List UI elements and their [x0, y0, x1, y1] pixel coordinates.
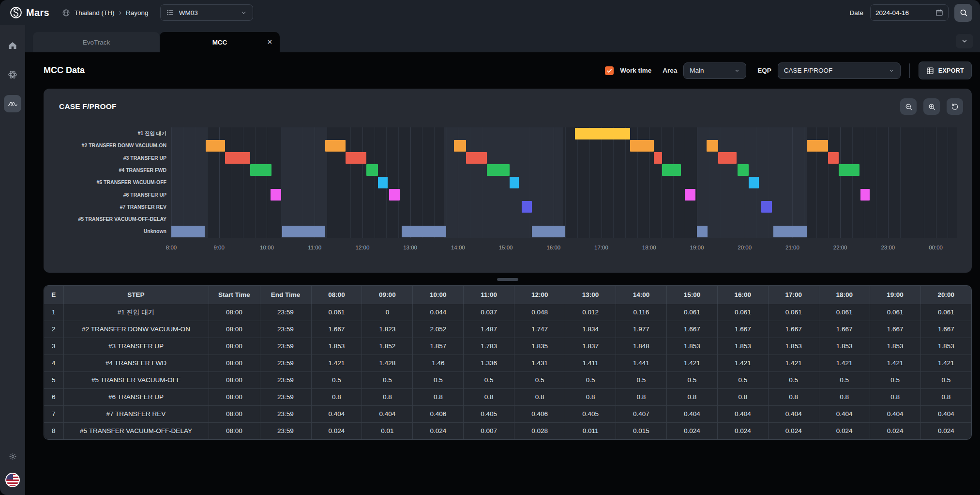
- tab-evotrack[interactable]: EvoTrack: [33, 32, 160, 52]
- gantt-gridline: [482, 127, 482, 238]
- value-cell: 4: [44, 355, 63, 371]
- value-cell: 5: [44, 371, 63, 388]
- panel-header: CASE F/PROOF: [44, 89, 972, 115]
- area-select[interactable]: Main: [683, 62, 746, 79]
- reset-zoom-button[interactable]: [947, 98, 963, 115]
- gantt-bar: [466, 152, 486, 164]
- axis-tick-label: 22:00: [833, 245, 847, 250]
- sidebar-item-analytics[interactable]: [4, 95, 21, 112]
- chart-toolbar: [900, 98, 963, 115]
- value-cell: 0.405: [565, 405, 616, 422]
- calendar-icon[interactable]: [935, 9, 943, 16]
- gantt-gridline: [410, 127, 411, 238]
- value-cell: 08:00: [209, 355, 260, 371]
- column-header: 09:00: [362, 286, 413, 304]
- sidebar: [0, 25, 25, 495]
- value-cell: 1.667: [920, 321, 971, 338]
- gantt-bar: [575, 128, 630, 139]
- tab-bar: EvoTrack MCC ×: [25, 25, 980, 52]
- value-cell: 0.5: [311, 371, 362, 388]
- value-cell: 1.853: [920, 338, 971, 355]
- export-button[interactable]: EXPORT: [919, 62, 972, 79]
- step-cell: #3 TRANSFER UP: [63, 338, 209, 355]
- value-cell: 0.406: [514, 405, 565, 422]
- equipment-group-select[interactable]: WM03: [160, 4, 253, 21]
- work-time-checkbox[interactable]: [605, 66, 614, 75]
- value-cell: 0.061: [920, 304, 971, 321]
- value-cell: 0.407: [616, 405, 667, 422]
- gantt-bar: [346, 152, 366, 164]
- value-cell: 1.431: [514, 355, 565, 371]
- close-icon[interactable]: ×: [268, 38, 272, 46]
- zoom-out-button[interactable]: [900, 98, 917, 115]
- gantt-bar: [206, 140, 225, 152]
- axis-tick-label: 16:00: [546, 245, 560, 250]
- eqp-label: EQP: [757, 67, 771, 74]
- value-cell: 23:59: [260, 405, 311, 422]
- panel-title: CASE F/PROOF: [59, 102, 117, 111]
- axis-tick-label: 12:00: [356, 245, 370, 250]
- gantt-row-label: #3 TRANSFER UP: [123, 152, 166, 164]
- gantt-gridline: [243, 127, 243, 238]
- gantt-bar: [487, 164, 510, 176]
- eqp-select[interactable]: CASE F/PROOF: [778, 62, 901, 79]
- value-cell: 1.853: [768, 338, 819, 355]
- gantt-gridline: [279, 127, 279, 238]
- date-input[interactable]: [875, 9, 932, 16]
- gantt-bar: [630, 140, 654, 152]
- area-value: Main: [690, 67, 704, 74]
- search-button[interactable]: [954, 4, 972, 22]
- value-cell: 1.46: [413, 355, 464, 371]
- gantt-row-label: #5 TRANSFER VACUUM-OFF-DELAY: [78, 213, 166, 225]
- gantt-gridline: [733, 127, 733, 238]
- value-cell: 1.857: [413, 338, 464, 355]
- value-cell: 1.977: [616, 321, 667, 338]
- panel-resize-handle[interactable]: [497, 278, 518, 281]
- column-header: 16:00: [717, 286, 768, 304]
- value-cell: 0.024: [717, 422, 768, 439]
- value-cell: 1.852: [362, 338, 413, 355]
- value-cell: 0.8: [870, 388, 920, 405]
- gantt-gridline: [589, 127, 590, 238]
- column-header: E: [44, 286, 63, 304]
- value-cell: 0.8: [717, 388, 768, 405]
- tab-mcc[interactable]: MCC ×: [160, 32, 280, 52]
- zoom-in-button[interactable]: [923, 98, 940, 115]
- value-cell: 0.5: [413, 371, 464, 388]
- value-cell: 1.667: [666, 321, 717, 338]
- value-cell: 1.421: [819, 355, 870, 371]
- tab-overflow-button[interactable]: [956, 34, 973, 48]
- top-bar: Mars Thailand (TH) › Rayong WM03: [0, 0, 980, 25]
- check-icon: [606, 68, 612, 74]
- sidebar-item-home[interactable]: [4, 37, 21, 54]
- gantt-gridline: [912, 127, 912, 238]
- value-cell: 0.404: [870, 405, 920, 422]
- gantt-gridline: [948, 127, 948, 238]
- gantt-bar: [662, 164, 681, 176]
- language-selector-us-flag[interactable]: [5, 473, 20, 487]
- gantt-bar: [402, 226, 446, 237]
- gantt-bar: [749, 177, 759, 188]
- value-cell: 1.441: [616, 355, 667, 371]
- value-cell: 7: [44, 405, 63, 422]
- gantt-chart-panel: CASE F/PROOF: [44, 89, 972, 273]
- value-cell: 0.024: [768, 422, 819, 439]
- axis-tick-label: 15:00: [499, 245, 513, 250]
- settings-button[interactable]: [4, 448, 21, 465]
- step-cell: #5 TRANSFER VACUUM-OFF: [63, 371, 209, 388]
- value-cell: 0.8: [616, 388, 667, 405]
- value-cell: 0.024: [413, 422, 464, 439]
- gantt-gridline: [398, 127, 399, 238]
- value-cell: 0.024: [666, 422, 717, 439]
- sidebar-item-experiments[interactable]: [4, 66, 21, 83]
- value-cell: 0.024: [870, 422, 920, 439]
- value-cell: 23:59: [260, 304, 311, 321]
- chevron-down-icon: [961, 38, 968, 45]
- column-header: STEP: [63, 286, 209, 304]
- mcc-data-table: ESTEPStart TimeEnd Time08:0009:0010:0011…: [44, 286, 971, 439]
- chevron-down-icon: [889, 68, 894, 74]
- gantt-gridline: [924, 127, 924, 238]
- gantt-bar: [738, 164, 749, 176]
- search-icon: [959, 8, 968, 17]
- gantt-gridline: [255, 127, 256, 238]
